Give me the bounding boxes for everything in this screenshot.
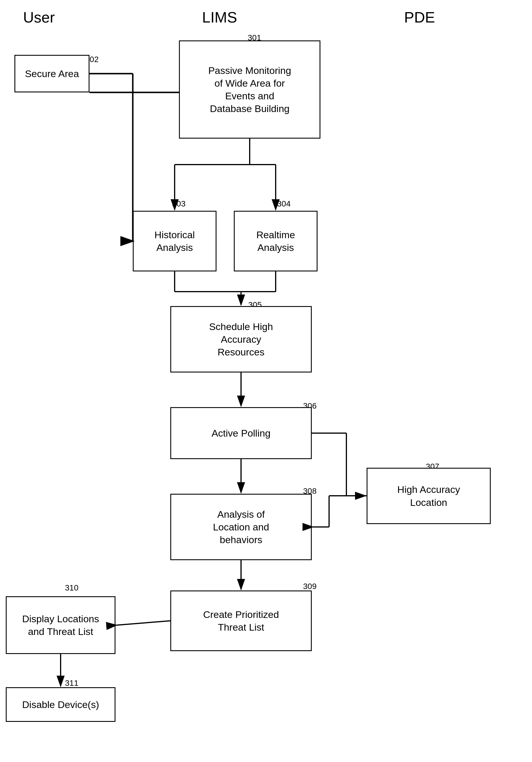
secure-area-box: Secure Area [14,55,90,92]
create-threat-list-box: Create Prioritized Threat List [170,590,312,651]
high-accuracy-location-box: High Accuracy Location [367,468,491,524]
ref-304: 304 [277,199,291,208]
diagram-container: User LIMS PDE 301 302 303 304 305 306 30… [0,0,532,762]
disable-devices-box: Disable Device(s) [6,687,115,722]
realtime-analysis-box: Realtime Analysis [234,211,318,271]
ref-310: 310 [65,583,79,592]
active-polling-box: Active Polling [170,407,312,459]
svg-line-23 [116,621,170,625]
ref-311: 311 [65,679,79,688]
user-column-header: User [23,9,55,26]
historical-analysis-box: Historical Analysis [133,211,216,271]
lims-column-header: LIMS [202,9,237,26]
pde-column-header: PDE [404,9,435,26]
ref-309: 309 [303,582,317,591]
display-locations-box: Display Locations and Threat List [6,596,115,654]
schedule-resources-box: Schedule High Accuracy Resources [170,306,312,372]
passive-monitoring-box: Passive Monitoring of Wide Area for Even… [179,40,320,139]
ref-303: 303 [172,199,186,208]
analysis-location-box: Analysis of Location and behaviors [170,494,312,560]
